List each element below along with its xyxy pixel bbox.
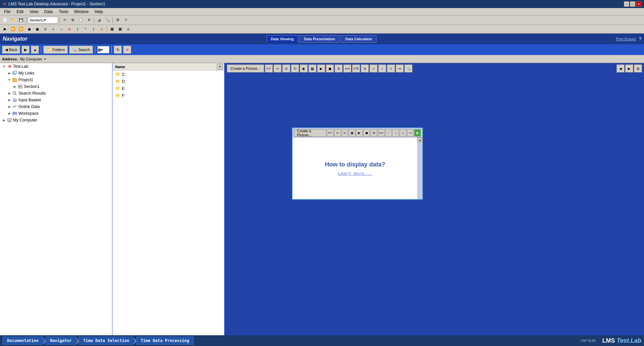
- tb2-btn12[interactable]: |: [90, 26, 97, 33]
- canvas-icon-4[interactable]: ↻: [291, 64, 299, 72]
- pf-icon-10[interactable]: ↕: [392, 129, 399, 137]
- tb2-btn15[interactable]: ▦: [116, 26, 124, 33]
- pf-icon-8[interactable]: ⟺: [378, 129, 385, 137]
- tab-data-calculator[interactable]: Data Calculator: [341, 35, 377, 43]
- breadcrumb-documentation[interactable]: Documentation: [3, 337, 43, 345]
- back-button[interactable]: ◀ Back: [2, 46, 20, 54]
- canvas-scroll-right[interactable]: ▶: [625, 64, 633, 72]
- new-button[interactable]: 📄: [1, 16, 9, 24]
- canvas-icon-8[interactable]: ◼: [326, 64, 334, 72]
- canvas-icon-1[interactable]: A↗: [265, 64, 273, 72]
- pf-icon-6[interactable]: ◼: [363, 129, 370, 137]
- title-bar-controls[interactable]: ─ □ ✕: [624, 1, 641, 7]
- address-value[interactable]: My Computer: [20, 57, 42, 61]
- create-picture-button[interactable]: Create a Picture...: [227, 64, 264, 72]
- folders-button[interactable]: 📁 Folders: [43, 46, 68, 54]
- save-button[interactable]: 💾: [17, 16, 25, 24]
- drive-e[interactable]: 📁 E:: [112, 85, 224, 92]
- tree-item-workspace[interactable]: ▶ Workspace: [0, 110, 112, 117]
- section-combo[interactable]: Section1▾: [28, 17, 58, 23]
- pf-icon-5[interactable]: ▶: [356, 129, 363, 137]
- tree-item-onlinedata[interactable]: ▶ Online Data: [0, 103, 112, 110]
- pf-create-picture-button[interactable]: Create a Picture...: [294, 129, 326, 137]
- tab-data-presentation[interactable]: Data Presentation: [299, 35, 340, 43]
- canvas-icon-2[interactable]: ↩: [274, 64, 282, 72]
- expand-mylinks[interactable]: ▶: [7, 70, 12, 76]
- learn-more-link[interactable]: Learn more...: [338, 171, 372, 176]
- forward-button[interactable]: ▶: [21, 46, 30, 54]
- cut-button[interactable]: ✂: [61, 16, 68, 24]
- tb2-btn2[interactable]: ⏩: [9, 26, 17, 33]
- canvas-icon-17[interactable]: 🔍: [404, 64, 412, 72]
- canvas-icon-13[interactable]: ⤢: [369, 64, 378, 72]
- print-button[interactable]: 🖨: [96, 16, 103, 24]
- menu-window[interactable]: Window: [71, 9, 91, 15]
- canvas-icon-5[interactable]: ◉: [300, 64, 308, 72]
- expand-project1[interactable]: ▼: [7, 77, 12, 83]
- scroll-up-button[interactable]: ▲: [418, 138, 423, 142]
- expand-searchresults[interactable]: ▶: [7, 91, 12, 96]
- tb-btn-extra1[interactable]: ⚙: [114, 16, 121, 24]
- view-combo[interactable]: ▦▾: [97, 46, 109, 53]
- help-icon[interactable]: ?: [639, 36, 641, 42]
- menu-edit[interactable]: Edit: [14, 9, 26, 15]
- menu-tools[interactable]: Tools: [56, 9, 71, 15]
- menu-data[interactable]: Data: [42, 9, 55, 15]
- canvas-icon-9[interactable]: ⏸: [335, 64, 343, 72]
- refresh-button[interactable]: ↻: [114, 46, 122, 54]
- file-col-sort[interactable]: ▾: [217, 64, 223, 70]
- tree-item-searchresults[interactable]: ▶ Search Results: [0, 90, 112, 97]
- tb2-btn13[interactable]: A: [98, 26, 105, 33]
- canvas-icon-14[interactable]: ↕: [378, 64, 386, 72]
- canvas-zoom[interactable]: ⊞: [634, 64, 642, 72]
- canvas-icon-11[interactable]: 176: [352, 64, 360, 72]
- up-button[interactable]: ▲: [31, 46, 39, 54]
- minimize-button[interactable]: ─: [624, 1, 629, 7]
- canvas-icon-10[interactable]: ⟺: [343, 64, 351, 72]
- expand-onlinedata[interactable]: ▶: [7, 104, 12, 109]
- canvas-scroll-left[interactable]: ◀: [616, 64, 625, 72]
- tb2-btn8[interactable]: −: [58, 26, 65, 33]
- pf-icon-1[interactable]: A↗: [327, 129, 334, 137]
- expand-section1[interactable]: ▶: [12, 84, 17, 89]
- tb2-btn3[interactable]: ⏪: [17, 26, 25, 33]
- breadcrumb-navigator[interactable]: Navigator: [46, 337, 76, 345]
- tb2-btn16[interactable]: ≡: [125, 26, 132, 33]
- tree-item-inputbasket[interactable]: ▶ Input Basket: [0, 97, 112, 103]
- copy-button[interactable]: ⧉: [69, 16, 77, 24]
- expand-workspace[interactable]: ▶: [7, 111, 12, 116]
- maximize-button[interactable]: □: [630, 1, 635, 7]
- tb2-btn6[interactable]: #: [42, 26, 49, 33]
- tree-item-mycomputer[interactable]: ▶ My Computer: [0, 117, 112, 123]
- pf-icon-2[interactable]: ↩: [334, 129, 341, 137]
- drive-d[interactable]: 📁 D:: [112, 78, 224, 85]
- breadcrumb-time-data-selection[interactable]: Time Data Selection: [79, 337, 134, 345]
- tb2-btn14[interactable]: ▦: [108, 26, 116, 33]
- tb2-btn9[interactable]: A: [66, 26, 73, 33]
- expand-mycomputer[interactable]: ▶: [1, 117, 7, 123]
- print-screen-button[interactable]: Print Screen: [616, 37, 636, 41]
- menu-view[interactable]: View: [27, 9, 41, 15]
- pf-icon-12[interactable]: ⤟: [407, 129, 414, 137]
- picture-frame-scrollbar[interactable]: ▲: [417, 138, 422, 199]
- tb2-btn5[interactable]: ⏹: [34, 26, 41, 33]
- search-button[interactable]: 🔍 Search: [69, 46, 93, 54]
- tree-item-section1[interactable]: ▶ Section1: [0, 83, 112, 90]
- open-button[interactable]: 📂: [9, 16, 17, 24]
- canvas-icon-15[interactable]: ⤡: [387, 64, 395, 72]
- tab-data-viewing[interactable]: Data Viewing: [266, 35, 298, 43]
- tb2-btn10[interactable]: |: [74, 26, 81, 33]
- tb2-btn11[interactable]: *: [82, 26, 89, 33]
- paste-button[interactable]: 📋: [77, 16, 85, 24]
- expand-inputbasket[interactable]: ▶: [7, 97, 12, 103]
- tb2-btn4[interactable]: ⏺: [26, 26, 33, 33]
- tree-item-testlab[interactable]: ▼ ✕ Test.Lab: [0, 63, 112, 70]
- canvas-icon-6[interactable]: ▦: [308, 64, 316, 72]
- pf-icon-9[interactable]: I: [385, 129, 392, 137]
- picture-frame[interactable]: Create a Picture... A↗ ↩ ⊙ ▦ ▶ ◼ ⏸ ⟺ I ↕…: [292, 128, 423, 200]
- pf-icon-13[interactable]: ▶: [414, 129, 421, 137]
- expand-testlab[interactable]: ▼: [1, 64, 7, 69]
- delete-button[interactable]: ✕: [85, 16, 93, 24]
- tb2-btn7[interactable]: +: [50, 26, 57, 33]
- canvas-icon-7[interactable]: ▶: [317, 64, 325, 72]
